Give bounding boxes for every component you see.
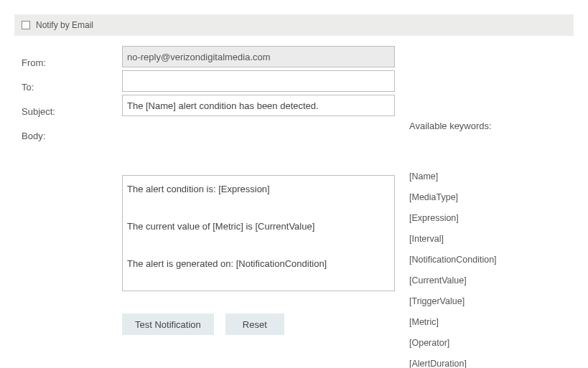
keyword-item: [AlertDuration] [409,359,497,368]
fields-column: Test Notification Reset [122,46,395,335]
reset-button[interactable]: Reset [225,313,284,335]
subject-field[interactable] [122,95,395,116]
body-spacer [122,119,395,175]
notify-email-label: Notify by Email [36,20,93,30]
from-field [122,46,395,67]
keyword-item: [Metric] [409,317,497,328]
labels-column: From: To: Subject: Body: [22,46,122,148]
test-notification-button[interactable]: Test Notification [122,313,214,335]
to-field[interactable] [122,70,395,92]
keywords-column: Available keywords: [Name] [MediaType] [… [409,46,497,368]
keyword-item: [Interval] [409,234,497,245]
keyword-item: [Name] [409,171,497,182]
from-label: From: [22,50,122,75]
body-field[interactable] [122,175,395,291]
keyword-item: [CurrentValue] [409,275,497,286]
keywords-title: Available keywords: [409,121,497,131]
body-label: Body: [22,123,122,148]
keyword-item: [MediaType] [409,192,497,203]
keyword-item: [NotificationCondition] [409,255,497,265]
notify-email-checkbox[interactable] [22,21,30,29]
notify-email-header: Notify by Email [14,14,574,36]
buttons-row: Test Notification Reset [122,313,395,335]
email-form: From: To: Subject: Body: Test Notificati… [14,46,574,368]
keyword-item: [Operator] [409,338,497,349]
to-label: To: [22,75,122,99]
subject-label: Subject: [22,99,122,123]
keyword-item: [Expression] [409,213,497,224]
keyword-item: [TriggerValue] [409,296,497,307]
